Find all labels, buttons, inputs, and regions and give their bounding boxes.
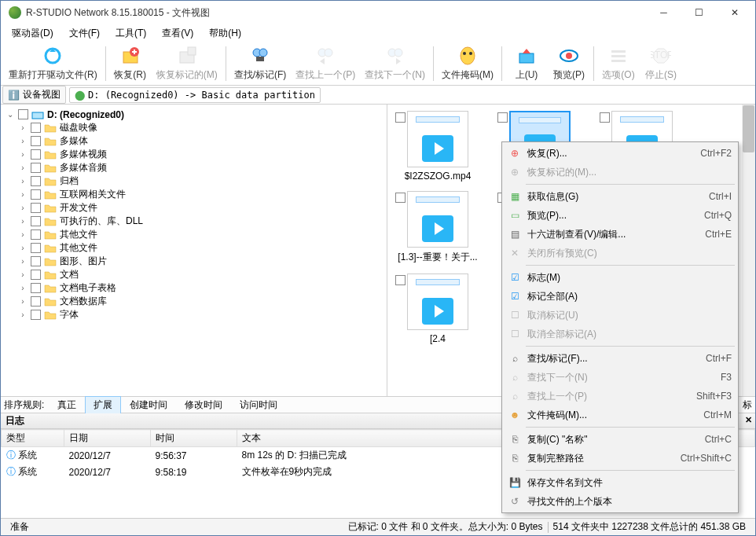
ctx-copy-path[interactable]: ⎘复制完整路径Ctrl+Shift+C [504, 449, 736, 468]
toolbar-preview-button[interactable]: 预览(P) [548, 43, 590, 83]
tree-item[interactable]: ›文档电子表格 [2, 281, 385, 295]
menu-2[interactable]: 工具(T) [108, 25, 154, 42]
ctx-mask[interactable]: ☻文件掩码(M)...Ctrl+M [504, 406, 736, 424]
tree-item[interactable]: ›可执行的、库、DLL [2, 215, 385, 228]
log-close-icon[interactable]: ✕ [745, 415, 752, 425]
file-thumbnail[interactable]: [1.3]--重要！关于... [394, 191, 482, 264]
checkbox[interactable] [31, 296, 41, 307]
checkbox[interactable] [31, 229, 41, 240]
menu-0[interactable]: 驱动器(D) [4, 25, 61, 42]
menu-4[interactable]: 帮助(H) [201, 25, 249, 42]
ctx-info[interactable]: ▦获取信息(G)Ctrl+I [504, 187, 736, 206]
maximize-button[interactable]: ☐ [681, 2, 717, 24]
ctx-save[interactable]: 💾保存文件名到文件 [504, 473, 736, 492]
tree-item[interactable]: ›其他文件 [2, 228, 385, 241]
tree-item[interactable]: ›多媒体视频 [2, 148, 385, 161]
checkbox[interactable] [31, 270, 41, 280]
minimize-button[interactable]: ─ [646, 2, 681, 24]
expand-icon[interactable]: › [18, 190, 28, 199]
sort-tab-1[interactable]: 扩展 [85, 396, 121, 414]
checkbox[interactable] [31, 136, 41, 146]
close-button[interactable]: ✕ [717, 2, 752, 24]
tree-item[interactable]: ›互联网相关文件 [2, 188, 385, 201]
expand-icon[interactable]: › [18, 217, 28, 226]
path-crumb[interactable]: ⬤ D: (Recognized0) -> Basic data partiti… [69, 87, 321, 103]
ctx-hex[interactable]: ▤十六进制查看(V)/编辑...Ctrl+E [504, 225, 736, 244]
ctx-shortcut: Ctrl+Shift+C [681, 453, 732, 464]
ctx-history[interactable]: ↺寻找文件的上个版本 [504, 492, 736, 511]
checkbox[interactable] [31, 163, 41, 173]
checkbox[interactable] [31, 216, 41, 226]
log-col-1[interactable]: 日期 [64, 430, 151, 447]
ctx-find[interactable]: ⌕查找/标记(F)...Ctrl+F [504, 349, 736, 368]
checkbox[interactable] [395, 112, 406, 123]
sort-tab-4[interactable]: 访问时间 [231, 396, 286, 414]
expand-icon[interactable]: › [18, 297, 28, 306]
expand-icon[interactable]: › [18, 230, 28, 239]
checkbox[interactable] [31, 189, 41, 200]
thumbnail-preview[interactable] [407, 111, 468, 167]
tree-item[interactable]: ›多媒体音频 [2, 161, 385, 174]
ctx-mark-all[interactable]: ☑标记全部(A) [504, 287, 736, 306]
checkbox[interactable] [18, 109, 28, 119]
checkbox[interactable] [31, 123, 41, 133]
tree-root-label[interactable]: D: (Recognized0) [47, 109, 124, 120]
expand-icon[interactable]: › [18, 284, 28, 292]
ctx-copy[interactable]: ⎘复制(C) "名称"Ctrl+C [504, 430, 736, 449]
ctx-mark[interactable]: ☑标志(M) [504, 268, 736, 287]
checkbox[interactable] [31, 149, 41, 160]
expand-icon[interactable]: › [18, 244, 28, 252]
checkbox[interactable] [600, 112, 610, 123]
folder-tree-panel[interactable]: ⌄D: (Recognized0)›磁盘映像›多媒体›多媒体视频›多媒体音频›归… [1, 105, 387, 396]
ctx-recover[interactable]: ⊕恢复(R)...Ctrl+F2 [504, 144, 736, 163]
toolbar-mask-button[interactable]: 文件掩码(M) [437, 43, 498, 83]
tree-item[interactable]: ›其他文件 [2, 241, 385, 255]
menu-1[interactable]: 文件(F) [61, 25, 108, 42]
tree-item[interactable]: ›图形、图片 [2, 255, 385, 268]
tree-item[interactable]: ›文档 [2, 268, 385, 281]
checkbox[interactable] [31, 203, 41, 213]
sort-tab-0[interactable]: 真正 [49, 396, 85, 414]
expand-icon[interactable]: › [18, 177, 28, 185]
file-thumbnail[interactable]: [2.4 [394, 274, 482, 344]
log-col-2[interactable]: 时间 [151, 430, 237, 447]
tree-item[interactable]: ›多媒体 [2, 134, 385, 148]
toolbar-recover-button[interactable]: 恢复(R) [109, 43, 152, 83]
file-thumbnail[interactable]: $I2ZSZOG.mp4 [394, 111, 482, 182]
checkbox[interactable] [395, 275, 406, 285]
ctx-preview[interactable]: ▭预览(P)...Ctrl+Q [504, 206, 736, 225]
thumbnail-preview[interactable] [407, 191, 468, 248]
toolbar-reopen-button[interactable]: 重新打开驱动文件(R) [4, 43, 102, 83]
expand-icon[interactable]: › [18, 310, 28, 319]
checkbox[interactable] [395, 193, 406, 203]
context-menu[interactable]: ⊕恢复(R)...Ctrl+F2⊕恢复标记的(M)...▦获取信息(G)Ctrl… [501, 141, 739, 513]
tree-item[interactable]: ›归档 [2, 174, 385, 188]
tree-item[interactable]: ›开发文件 [2, 201, 385, 215]
tree-item[interactable]: ›字体 [2, 308, 385, 321]
tree-item[interactable]: ›磁盘映像 [2, 121, 385, 134]
checkbox[interactable] [31, 283, 41, 293]
toolbar-up-button[interactable]: 上(U) [505, 43, 548, 83]
expand-icon[interactable]: › [18, 163, 28, 172]
expand-icon[interactable]: › [18, 150, 28, 159]
log-col-0[interactable]: 类型 [2, 430, 64, 447]
toolbar-find-button[interactable]: 查找/标记(F) [229, 43, 292, 83]
expand-icon[interactable]: › [18, 270, 28, 279]
thumbnail-preview[interactable] [407, 274, 468, 330]
menu-3[interactable]: 查看(V) [154, 25, 201, 42]
collapse-icon[interactable]: ⌄ [6, 110, 15, 119]
scrollbar[interactable] [742, 105, 755, 396]
checkbox[interactable] [31, 310, 41, 320]
device-view-tab[interactable]: ℹ️ 设备视图 [2, 86, 66, 104]
checkbox[interactable] [31, 243, 41, 253]
checkbox[interactable] [31, 176, 41, 186]
tree-item[interactable]: ›文档数据库 [2, 295, 385, 308]
expand-icon[interactable]: › [18, 137, 28, 145]
expand-icon[interactable]: › [18, 257, 28, 266]
expand-icon[interactable]: › [18, 204, 28, 212]
expand-icon[interactable]: › [18, 123, 28, 132]
sort-tab-3[interactable]: 修改时间 [176, 396, 231, 414]
sort-tab-2[interactable]: 创建时间 [121, 396, 176, 414]
checkbox[interactable] [31, 256, 41, 266]
checkbox[interactable] [497, 112, 508, 123]
